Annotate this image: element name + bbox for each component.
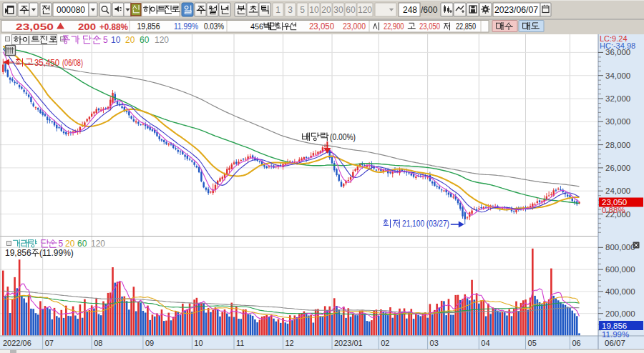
svg-text:400,000: 400,000 <box>605 287 635 296</box>
svg-text:000080: 000080 <box>57 5 85 15</box>
svg-text:200,000: 200,000 <box>605 309 635 318</box>
svg-text:07: 07 <box>45 339 54 347</box>
svg-text:11: 11 <box>236 339 244 347</box>
svg-text:2023/01: 2023/01 <box>334 339 363 347</box>
svg-text:(11.99%): (11.99%) <box>39 248 74 258</box>
svg-text:10: 10 <box>111 35 121 45</box>
svg-text:19,856: 19,856 <box>5 248 31 258</box>
svg-text:3: 3 <box>288 5 293 15</box>
svg-text:03: 03 <box>430 339 439 347</box>
svg-text:20: 20 <box>125 35 135 45</box>
svg-text:30: 30 <box>333 5 343 15</box>
svg-text:09: 09 <box>145 339 154 347</box>
svg-text:06: 06 <box>572 339 580 347</box>
svg-text:24,000: 24,000 <box>605 187 630 195</box>
svg-text:(0.00%): (0.00%) <box>330 132 356 142</box>
svg-text:22,850: 22,850 <box>456 21 476 31</box>
svg-text:32,000: 32,000 <box>605 94 630 103</box>
svg-text:04: 04 <box>481 339 489 347</box>
svg-text:120: 120 <box>91 239 105 249</box>
svg-text:/600: /600 <box>421 5 438 15</box>
svg-text:60: 60 <box>77 239 87 249</box>
svg-text:20: 20 <box>65 239 75 249</box>
svg-text:11.99%: 11.99% <box>602 330 629 339</box>
svg-text:26,000: 26,000 <box>605 164 630 172</box>
svg-text:23,000: 23,000 <box>343 21 366 31</box>
svg-text:60: 60 <box>140 35 150 45</box>
svg-text:23,050: 23,050 <box>419 21 440 31</box>
svg-text:5: 5 <box>103 35 108 45</box>
svg-text:5: 5 <box>300 5 305 15</box>
svg-text:600,000: 600,000 <box>605 265 635 274</box>
svg-text:60: 60 <box>346 5 356 15</box>
svg-text:10: 10 <box>309 5 319 15</box>
svg-text:10: 10 <box>194 339 203 347</box>
svg-text:HC:-34.98: HC:-34.98 <box>600 41 635 50</box>
svg-text:12: 12 <box>286 339 294 347</box>
svg-text:0.88%: 0.88% <box>602 206 625 214</box>
svg-text:248: 248 <box>403 5 417 15</box>
svg-text:0.03%: 0.03% <box>204 21 224 31</box>
svg-text:456: 456 <box>250 22 263 31</box>
svg-text:5: 5 <box>59 239 64 249</box>
svg-text:120: 120 <box>155 35 169 45</box>
svg-text:2022/06: 2022/06 <box>3 339 31 347</box>
svg-text:23,050: 23,050 <box>309 21 334 31</box>
svg-text:(06/08): (06/08) <box>62 58 83 68</box>
svg-text:30,000: 30,000 <box>605 117 630 126</box>
svg-text:800,000: 800,000 <box>605 243 635 252</box>
svg-text:28,000: 28,000 <box>605 141 630 149</box>
svg-text:34,000: 34,000 <box>605 71 630 80</box>
svg-text:08: 08 <box>94 339 102 347</box>
svg-text:+0.88%: +0.88% <box>99 22 128 32</box>
svg-text:21,100 (03/27): 21,100 (03/27) <box>402 219 449 229</box>
svg-text:200: 200 <box>78 21 96 32</box>
svg-text:35,450: 35,450 <box>34 58 59 68</box>
svg-text:120: 120 <box>358 5 372 15</box>
svg-text:19,856: 19,856 <box>602 322 627 330</box>
svg-text:23,050: 23,050 <box>16 21 54 32</box>
svg-text:1: 1 <box>275 5 280 15</box>
svg-text:2023/06/07: 2023/06/07 <box>494 5 538 15</box>
svg-text:05: 05 <box>528 339 537 347</box>
svg-text:20: 20 <box>321 5 331 15</box>
svg-text:06/07: 06/07 <box>605 339 625 347</box>
svg-text:19,856: 19,856 <box>137 21 160 31</box>
svg-text:02: 02 <box>381 339 389 347</box>
svg-text:11.99%: 11.99% <box>174 21 198 31</box>
svg-text:22,900: 22,900 <box>384 21 404 31</box>
